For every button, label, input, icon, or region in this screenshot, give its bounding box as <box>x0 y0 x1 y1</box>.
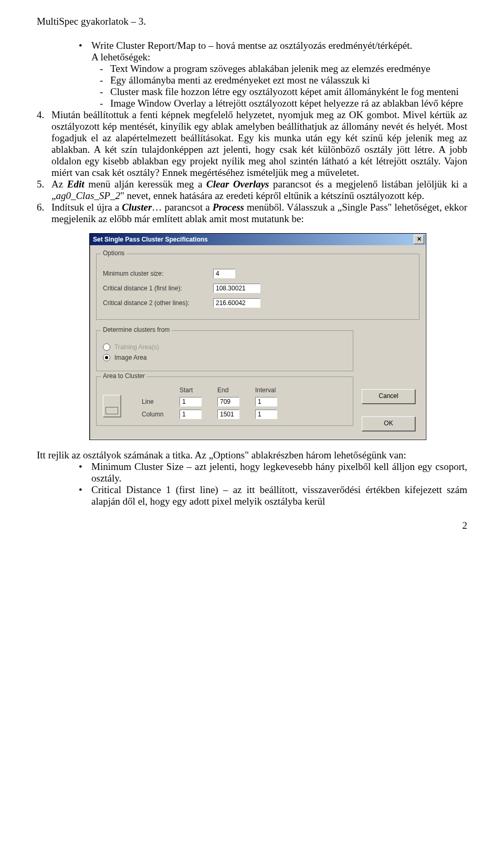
dialog-titlebar[interactable]: Set Single Pass Cluster Specifications ✕ <box>90 234 426 245</box>
item-5-text: Az Edit menü alján keressük meg a Clear … <box>51 179 467 202</box>
dialog-title: Set Single Pass Cluster Specifications <box>93 236 208 243</box>
col-end-head: End <box>217 386 249 394</box>
dialog-screenshot: Set Single Pass Cluster Specifications ✕… <box>89 233 467 440</box>
list-item-4: 4. Miután beállítottuk a fenti képnek me… <box>37 109 467 179</box>
sub-bullet-2: - Egy állományba menti az eredményeket e… <box>100 75 467 86</box>
row-line-label: Line <box>142 398 173 405</box>
cd1-input[interactable] <box>213 284 260 293</box>
layer-name-ref: ag0_Clas_SP_2 <box>56 190 120 201</box>
options-group-label: Options <box>101 249 127 257</box>
radio-image-row[interactable]: Image Area <box>103 354 346 361</box>
sub-bullet-text-3: Cluster mask file hozzon létre egy osztá… <box>110 86 467 98</box>
line-end-input[interactable] <box>217 397 239 406</box>
cd1-label: Critical distance 1 (first line): <box>103 285 213 292</box>
col-interval-input[interactable] <box>255 410 277 419</box>
col-end-input[interactable] <box>217 410 239 419</box>
t5a: Az <box>51 179 67 190</box>
dash-icon: - <box>100 63 110 75</box>
bullet-dot: • <box>79 461 91 484</box>
min-cluster-label: Minimum cluster size: <box>103 270 213 277</box>
row-column-label: Column <box>142 411 173 418</box>
radio-training-row[interactable]: Training Area(s) <box>103 343 346 351</box>
item-number: 5. <box>37 179 51 202</box>
options-group: Options Minimum cluster size: Critical d… <box>96 254 419 320</box>
cluster-dialog: Set Single Pass Cluster Specifications ✕… <box>89 233 426 440</box>
clear-overlays-ref: Clear Overlays <box>206 179 269 190</box>
sub-bullet-text-1: Text Window a program szöveges ablakában… <box>110 63 467 75</box>
edit-menu-ref: Edit <box>67 179 85 190</box>
area-group: Area to Cluster Start End Interval <box>96 377 353 426</box>
determine-group-label: Determine clusters from <box>101 326 172 333</box>
dash-icon: - <box>100 86 110 98</box>
line-interval-input[interactable] <box>255 397 277 406</box>
ok-button[interactable]: OK <box>362 416 415 431</box>
item-6-text: Indítsuk el újra a Cluster… parancsot a … <box>51 202 467 225</box>
radio-unchecked-icon <box>103 343 110 351</box>
item-number: 6. <box>37 202 51 225</box>
area-group-label: Area to Cluster <box>101 372 147 380</box>
sub-bullet-text-2: Egy állományba menti az eredményeket ezt… <box>110 75 467 86</box>
process-menu-ref: Process <box>213 202 244 213</box>
after-dialog-para: Itt rejlik az osztályok számának a titka… <box>37 449 467 461</box>
list-item-5: 5. Az Edit menü alján keressük meg a Cle… <box>37 179 467 202</box>
area-preview-icon[interactable] <box>103 395 121 417</box>
determine-group: Determine clusters from Training Area(s)… <box>96 330 353 371</box>
after-bullet-1: • Minimum Cluster Size – azt jelenti, ho… <box>79 461 467 484</box>
radio-checked-icon <box>103 354 110 361</box>
col-start-head: Start <box>180 386 211 394</box>
t5b: menü alján keressük meg a <box>85 179 206 190</box>
cd2-input[interactable] <box>213 298 260 308</box>
after-bullet-1-text: Minimum Cluster Size – azt jelenti, hogy… <box>91 461 467 484</box>
bullet-text: Write Cluster Report/Map to – hová ments… <box>91 40 412 51</box>
close-icon[interactable]: ✕ <box>414 235 424 244</box>
item-4-text: Miután beállítottuk a fenti képnek megfe… <box>51 109 467 179</box>
sub-bullet-1: - Text Window a program szöveges ablakáb… <box>100 63 467 75</box>
radio-training-label: Training Area(s) <box>114 343 159 351</box>
after-bullet-2: • Critical Distance 1 (first line) – az … <box>79 484 467 507</box>
bullet-write-cluster: • Write Cluster Report/Map to – hová men… <box>79 40 467 63</box>
cluster-cmd-ref: Cluster <box>122 202 152 213</box>
after-bullet-2-text: Critical Distance 1 (first line) – az it… <box>91 484 467 507</box>
t6b: … parancsot a <box>152 202 212 213</box>
sub-bullet-4: - Image Window Overlay a létrejött osztá… <box>100 98 467 109</box>
page-number: 2 <box>37 520 467 531</box>
dash-icon: - <box>100 98 110 109</box>
col-interval-head: Interval <box>255 386 287 394</box>
min-cluster-input[interactable] <box>213 269 235 278</box>
t5d: " nevet, ennek hatására az eredeti képrő… <box>120 190 424 201</box>
sub-bullet-text-4: Image Window Overlay a létrejött osztály… <box>110 98 467 109</box>
cancel-button[interactable]: Cancel <box>362 389 415 404</box>
cd2-label: Critical distance 2 (other lines): <box>103 299 213 307</box>
bullet-dot: • <box>79 484 91 507</box>
dash-icon: - <box>100 75 110 86</box>
radio-image-label: Image Area <box>114 354 146 361</box>
line-start-input[interactable] <box>180 397 202 406</box>
list-item-6: 6. Indítsuk el újra a Cluster… parancsot… <box>37 202 467 225</box>
bullet-dot: • <box>79 40 91 63</box>
t6a: Indítsuk el újra a <box>51 202 122 213</box>
sub-intro: A lehetőségek: <box>91 51 150 62</box>
col-start-input[interactable] <box>180 410 202 419</box>
item-number: 4. <box>37 109 51 179</box>
sub-bullet-3: - Cluster mask file hozzon létre egy osz… <box>100 86 467 98</box>
page-header: MultiSpec gyakorlatok – 3. <box>37 16 467 27</box>
